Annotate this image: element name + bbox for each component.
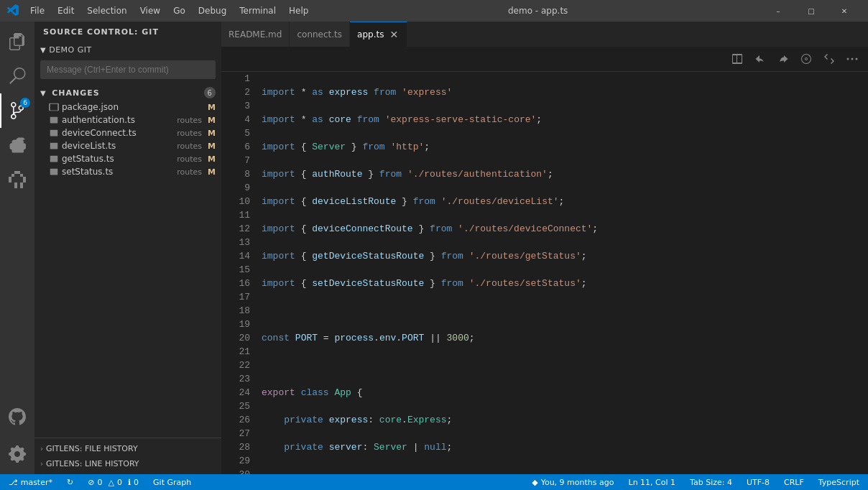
file-status-package-json: M [208,103,216,112]
go-forward-icon[interactable] [775,50,792,68]
menu-edit[interactable]: Edit [52,4,80,17]
more-actions-icon[interactable] [844,50,861,68]
status-branch[interactable]: ⎇ master* [6,474,55,490]
search-icon[interactable] [0,59,34,93]
status-tabsize[interactable]: Tab Size: 4 [687,474,735,490]
file-route-devicelist: routes [177,142,202,151]
status-sync[interactable]: ↻ [64,474,76,490]
file-icon-package [49,102,59,112]
code-editor[interactable]: 1 2 3 4 5 6 7 8 9 10 11 12 13 14 15 16 1… [221,72,868,474]
editor-area: README.md connect.ts app.ts ✕ [221,22,868,474]
file-item-package-json[interactable]: package.json M [34,101,221,114]
file-item-devicelist[interactable]: deviceList.ts routes M [34,139,221,152]
demo-git-chevron: ▼ [40,46,46,54]
menu-go[interactable]: Go [167,4,191,17]
status-errors[interactable]: ⊘ 0 △ 0 ℹ 0 [85,474,142,490]
error-count: 0 [97,478,102,487]
file-route-getstatus: routes [177,154,202,164]
sync-icon: ↻ [67,478,73,487]
changes-title: CHANGES [52,88,201,98]
gitlens-info: You, 9 months ago [541,478,614,487]
title-bar: File Edit Selection View Go Debug Termin… [0,0,868,22]
code-content[interactable]: import * as express from 'express' impor… [256,72,868,474]
file-status-devicelist: M [208,142,216,151]
demo-git-label: DEMO GIT [49,45,92,55]
svg-point-1 [851,58,854,60]
branch-icon: ⎇ [9,478,18,487]
tab-app-ts-label: app.ts [357,29,384,40]
file-icon-getstatus [49,154,59,164]
position-label: Ln 11, Col 1 [629,478,676,487]
status-bar: ⎇ master* ↻ ⊘ 0 △ 0 ℹ 0 Git Graph ◆ You,… [0,474,868,490]
close-button[interactable]: ✕ [828,0,861,22]
status-gitlens[interactable]: ◆ You, 9 months ago [529,474,617,490]
changes-header[interactable]: ▼ CHANGES 6 [34,85,221,101]
tab-app-ts[interactable]: app.ts ✕ [350,22,407,47]
file-name-setstatus: setStatus.ts [62,167,171,177]
activity-bar: 6 [0,22,34,474]
go-back-icon[interactable] [752,50,769,68]
explorer-icon[interactable] [0,24,34,59]
remote-icon[interactable] [0,399,34,434]
vscode-icon [7,4,19,18]
split-editor-icon[interactable] [729,50,746,68]
tab-readme[interactable]: README.md [221,22,290,47]
source-control-section: ▼ DEMO GIT ▼ CHANGES 6 package.json M [34,42,221,438]
file-status-deviceconnect: M [208,129,216,138]
status-git-graph[interactable]: Git Graph [150,474,194,490]
toggle-search-icon[interactable] [798,50,815,68]
status-line-ending[interactable]: CRLF [781,474,807,490]
file-item-getstatus[interactable]: getStatus.ts routes M [34,152,221,165]
changes-section: ▼ CHANGES 6 package.json M authenticatio… [34,85,221,178]
gitlens-line-history[interactable]: › GITLENS: LINE HISTORY [34,456,221,471]
maximize-button[interactable]: □ [795,0,828,22]
menu-view[interactable]: View [134,4,166,17]
menu-debug[interactable]: Debug [193,4,232,17]
gitlens-line-chevron: › [40,460,43,468]
branch-name: master* [21,478,52,487]
gitlens-icon: ◆ [532,478,537,487]
gitlens-line-history-label: GITLENS: LINE HISTORY [46,459,139,468]
menu-help[interactable]: Help [283,4,314,17]
file-route-setstatus: routes [177,167,202,177]
menu-file[interactable]: File [24,4,50,17]
menu-terminal[interactable]: Terminal [234,4,282,17]
file-icon-devicelist [49,141,59,151]
file-status-getstatus: M [208,154,216,164]
git-graph-label: Git Graph [153,478,191,487]
tabsize-label: Tab Size: 4 [690,478,732,487]
minimize-button[interactable]: – [762,0,795,22]
svg-point-2 [856,58,858,60]
file-name-devicelist: deviceList.ts [62,141,171,151]
status-language[interactable]: TypeScript [816,474,862,490]
status-position[interactable]: Ln 11, Col 1 [626,474,679,490]
warning-count: 0 [117,478,122,487]
line-ending-label: CRLF [784,478,804,487]
error-icon: ⊘ [88,478,94,487]
debug-icon[interactable] [0,128,34,162]
menu-selection[interactable]: Selection [81,4,132,17]
sidebar-header: SOURCE CONTROL: GIT [34,22,221,42]
file-item-setstatus[interactable]: setStatus.ts routes M [34,165,221,178]
extensions-icon[interactable] [0,162,34,197]
open-changes-icon[interactable] [821,50,838,68]
svg-point-0 [847,58,849,60]
source-control-badge: 6 [20,98,30,108]
source-control-icon[interactable]: 6 [0,93,34,128]
commit-message-input[interactable] [40,60,216,79]
editor-toolbar [221,47,868,72]
gitlens-file-history[interactable]: › GITLENS: FILE HISTORY [34,441,221,456]
encoding-label: UTF-8 [747,478,770,487]
demo-git-section[interactable]: ▼ DEMO GIT [34,42,221,57]
tab-connect[interactable]: connect.ts [290,22,350,47]
settings-icon[interactable] [0,437,34,471]
file-item-deviceconnect[interactable]: deviceConnect.ts routes M [34,126,221,139]
changes-chevron: ▼ [40,89,46,97]
tab-readme-label: README.md [228,29,282,40]
file-name-deviceconnect: deviceConnect.ts [62,128,171,138]
status-encoding[interactable]: UTF-8 [744,474,772,490]
file-route-authentication: routes [177,116,202,125]
file-icon-setstatus [49,167,59,177]
file-item-authentication[interactable]: authentication.ts routes M [34,114,221,126]
tab-close-app-ts[interactable]: ✕ [388,29,400,40]
